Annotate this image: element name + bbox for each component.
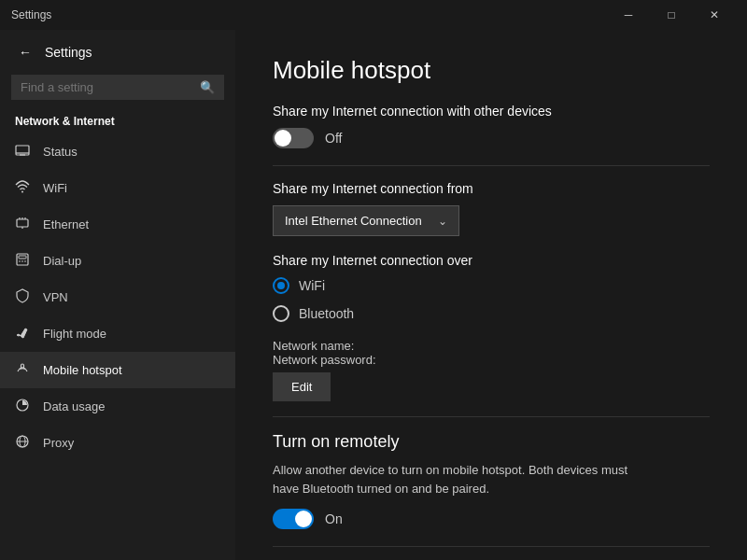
proxy-icon <box>15 434 30 452</box>
data-usage-icon <box>15 398 30 415</box>
connection-dropdown[interactable]: Intel Ethernet Connection ⌄ <box>273 205 459 236</box>
vpn-icon <box>15 288 30 306</box>
sidebar-item-status[interactable]: Status <box>0 133 235 170</box>
radio-bluetooth[interactable]: Bluetooth <box>273 305 710 322</box>
radio-wifi[interactable]: WiFi <box>273 277 710 294</box>
dropdown-value: Intel Ethernet Connection <box>285 214 422 228</box>
radio-bluetooth-label: Bluetooth <box>299 306 354 321</box>
sidebar-item-vpn[interactable]: VPN <box>0 279 235 315</box>
svg-point-12 <box>21 260 23 262</box>
sidebar-item-proxy-label: Proxy <box>43 436 74 450</box>
connection-type-radio-group: WiFi Bluetooth <box>273 277 710 322</box>
radio-wifi-label: WiFi <box>299 278 325 293</box>
svg-point-13 <box>24 260 26 262</box>
toggle-knob <box>275 130 291 147</box>
sidebar-app-title: Settings <box>45 45 92 60</box>
sidebar-item-ethernet-label: Ethernet <box>43 217 89 231</box>
network-info-section: Network name: Network password: Edit <box>273 339 710 401</box>
sidebar: ← Settings 🔍 Network & Internet Status W… <box>0 30 235 560</box>
back-button[interactable]: ← <box>15 41 35 63</box>
wifi-icon <box>15 179 30 197</box>
edit-button[interactable]: Edit <box>273 372 331 401</box>
divider-1 <box>273 165 710 166</box>
divider-3 <box>273 546 710 547</box>
divider-2 <box>273 416 710 417</box>
sidebar-item-vpn-label: VPN <box>43 290 68 304</box>
search-input[interactable] <box>21 80 200 94</box>
sidebar-item-flight-mode[interactable]: Flight mode <box>0 315 235 352</box>
sidebar-item-ethernet[interactable]: Ethernet <box>0 206 235 243</box>
network-password-label: Network password: <box>273 353 710 367</box>
share-internet-section: Share my Internet connection with other … <box>273 104 710 148</box>
status-icon <box>15 143 30 161</box>
sidebar-item-mobile-hotspot[interactable]: Mobile hotspot <box>0 352 235 388</box>
sidebar-item-wifi-label: WiFi <box>43 181 67 195</box>
sidebar-item-dialup-label: Dial-up <box>43 254 81 268</box>
main-content: Mobile hotspot Share my Internet connect… <box>235 30 747 560</box>
share-internet-label: Share my Internet connection with other … <box>273 104 710 119</box>
toggle-on-label: On <box>325 511 343 526</box>
radio-bluetooth-button[interactable] <box>273 305 289 322</box>
toggle-on-row: On <box>273 509 710 529</box>
svg-rect-4 <box>17 219 28 227</box>
turn-on-remotely-section: Turn on remotely Allow another device to… <box>273 432 710 529</box>
title-bar: Settings ─ □ ✕ <box>0 0 747 30</box>
remotely-toggle-knob <box>295 511 312 527</box>
maximize-button[interactable]: □ <box>650 0 693 30</box>
sidebar-item-data-usage[interactable]: Data usage <box>0 388 235 425</box>
turn-on-remotely-title: Turn on remotely <box>273 432 710 452</box>
minimize-button[interactable]: ─ <box>607 0 650 30</box>
share-over-label: Share my Internet connection over <box>273 253 710 268</box>
network-name-label: Network name: <box>273 339 710 353</box>
share-over-section: Share my Internet connection over WiFi B… <box>273 253 710 322</box>
page-title: Mobile hotspot <box>273 56 710 85</box>
chevron-down-icon: ⌄ <box>438 215 447 228</box>
remotely-description: Allow another device to turn on mobile h… <box>273 461 646 497</box>
svg-point-11 <box>19 260 21 262</box>
radio-wifi-inner <box>277 282 285 289</box>
share-toggle[interactable] <box>273 128 314 148</box>
share-from-label: Share my Internet connection from <box>273 181 710 196</box>
title-bar-controls: ─ □ ✕ <box>607 0 736 30</box>
search-icon: 🔍 <box>200 80 215 94</box>
sidebar-item-mobile-hotspot-label: Mobile hotspot <box>43 363 122 377</box>
radio-wifi-button[interactable] <box>273 277 289 294</box>
toggle-off-label: Off <box>325 131 342 146</box>
toggle-off-row: Off <box>273 128 710 148</box>
share-from-section: Share my Internet connection from Intel … <box>273 181 710 236</box>
dialup-icon <box>15 252 30 270</box>
mobile-hotspot-icon <box>15 361 30 379</box>
ethernet-icon <box>15 216 30 233</box>
app-body: ← Settings 🔍 Network & Internet Status W… <box>0 30 747 560</box>
title-bar-title: Settings <box>11 8 51 21</box>
svg-point-3 <box>21 191 23 193</box>
back-icon: ← <box>19 45 32 60</box>
sidebar-section-title: Network & Internet <box>0 107 235 133</box>
remotely-toggle[interactable] <box>273 509 314 529</box>
sidebar-item-dialup[interactable]: Dial-up <box>0 243 235 279</box>
close-button[interactable]: ✕ <box>693 0 736 30</box>
search-box[interactable]: 🔍 <box>11 75 224 100</box>
sidebar-item-flight-mode-label: Flight mode <box>43 327 106 341</box>
svg-rect-10 <box>19 256 26 259</box>
sidebar-header: ← Settings <box>0 30 235 71</box>
sidebar-item-wifi[interactable]: WiFi <box>0 170 235 206</box>
flight-mode-icon <box>15 325 30 343</box>
sidebar-item-proxy[interactable]: Proxy <box>0 425 235 461</box>
sidebar-item-data-usage-label: Data usage <box>43 399 106 413</box>
sidebar-item-status-label: Status <box>43 145 78 159</box>
